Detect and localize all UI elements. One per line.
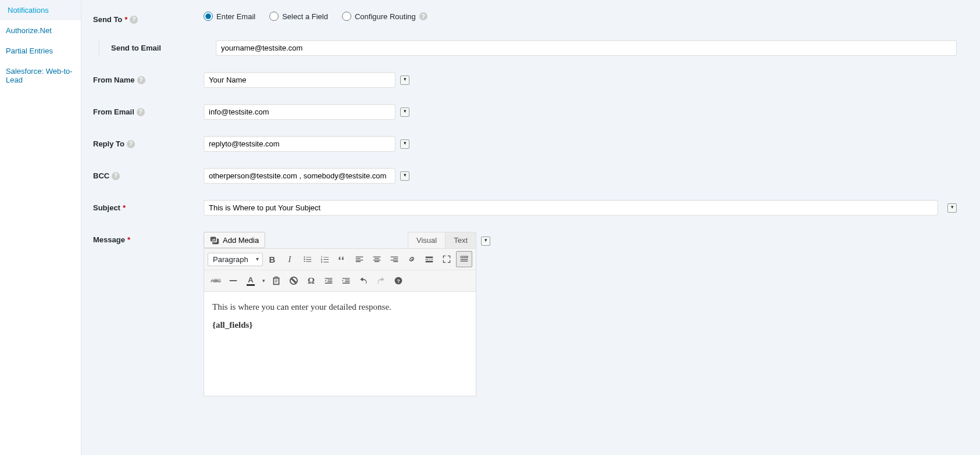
merge-tag-button[interactable] [400, 76, 409, 85]
sidebar-item-notifications[interactable]: Notifications [0, 0, 81, 20]
editor-paragraph: This is where you can enter your detaile… [212, 302, 468, 312]
radio-configure-routing[interactable]: Configure Routing ? [342, 12, 427, 21]
help-icon[interactable]: ? [130, 16, 138, 24]
sidebar: Notifications Authorize.Net Partial Entr… [0, 0, 81, 455]
add-media-label: Add Media [223, 236, 259, 245]
text-color-button[interactable]: A [243, 273, 259, 289]
bullet-list-button[interactable] [299, 251, 315, 267]
link-button[interactable] [404, 251, 420, 267]
radio-configure-routing-label: Configure Routing [355, 12, 416, 21]
from-email-input[interactable] [204, 104, 395, 120]
from-email-label: From Email ? [93, 104, 204, 116]
redo-button[interactable] [373, 273, 389, 289]
bold-button[interactable]: B [264, 251, 280, 267]
align-center-button[interactable] [369, 251, 385, 267]
radio-enter-email-input[interactable] [204, 12, 213, 21]
subject-input[interactable] [204, 200, 938, 216]
merge-tag-button[interactable] [947, 203, 957, 213]
help-icon[interactable]: ? [112, 172, 120, 180]
fullscreen-button[interactable] [439, 251, 455, 267]
indent-button[interactable] [338, 273, 354, 289]
add-media-button[interactable]: Add Media [204, 232, 265, 248]
clear-formatting-button[interactable] [286, 273, 302, 289]
sidebar-item-partial-entries[interactable]: Partial Entries [0, 41, 81, 61]
main-form: Send To * ? Enter Email Select a Field [81, 0, 980, 455]
required-marker: * [123, 203, 126, 212]
toolbar-toggle-button[interactable] [456, 251, 472, 267]
svg-line-2 [291, 278, 297, 284]
radio-enter-email-label: Enter Email [216, 12, 255, 21]
numbered-list-button[interactable] [316, 251, 333, 267]
align-right-button[interactable] [386, 251, 402, 267]
outdent-button[interactable] [320, 273, 337, 289]
merge-tag-button[interactable] [400, 108, 409, 117]
sidebar-item-salesforce[interactable]: Salesforce: Web-to-Lead [0, 61, 81, 90]
align-left-button[interactable] [351, 251, 368, 267]
editor-content-area[interactable]: This is where you can enter your detaile… [204, 292, 476, 396]
radio-select-field-label: Select a Field [282, 12, 328, 21]
special-char-button[interactable]: Ω [303, 273, 319, 289]
required-marker: * [127, 235, 130, 244]
radio-enter-email[interactable]: Enter Email [204, 12, 255, 21]
subject-label: Subject * [93, 200, 204, 212]
bcc-label: BCC ? [93, 168, 204, 180]
svg-rect-0 [230, 280, 237, 281]
paste-text-button[interactable] [268, 273, 284, 289]
help-icon[interactable]: ? [419, 12, 427, 20]
tab-visual[interactable]: Visual [408, 232, 446, 248]
reply-to-label: Reply To ? [93, 136, 204, 148]
blockquote-button[interactable] [334, 251, 350, 267]
editor-toolbar: Paragraph B I [204, 248, 476, 292]
read-more-button[interactable] [421, 251, 437, 267]
sidebar-item-authorize-net[interactable]: Authorize.Net [0, 20, 81, 41]
radio-select-field-input[interactable] [269, 12, 279, 21]
help-icon[interactable]: ? [137, 76, 145, 84]
merge-tag-button[interactable] [481, 237, 490, 246]
help-icon[interactable]: ? [127, 140, 135, 148]
message-label: Message * [93, 232, 204, 244]
send-to-radio-group: Enter Email Select a Field Configure Rou… [204, 12, 427, 21]
bcc-input[interactable] [204, 168, 395, 184]
send-to-email-label: Send to Email [105, 40, 216, 52]
editor-tabs: Visual Text [408, 232, 476, 248]
help-icon[interactable]: ? [137, 108, 145, 116]
from-name-input[interactable] [204, 72, 395, 88]
undo-button[interactable] [355, 273, 372, 289]
help-button[interactable]: ? [390, 273, 407, 289]
send-to-email-input[interactable] [216, 40, 957, 56]
italic-button[interactable]: I [281, 251, 298, 267]
reply-to-input[interactable] [204, 136, 395, 152]
text-color-dropdown[interactable]: ▾ [260, 273, 267, 289]
send-to-label: Send To * ? [93, 12, 204, 24]
hr-button[interactable] [225, 273, 241, 289]
radio-select-field[interactable]: Select a Field [269, 12, 328, 21]
message-editor: Add Media Visual Text Paragraph B I [204, 232, 476, 396]
merge-tag-button[interactable] [400, 139, 409, 149]
radio-configure-routing-input[interactable] [342, 12, 351, 21]
svg-text:?: ? [397, 278, 400, 284]
media-icon [210, 235, 219, 245]
tab-text[interactable]: Text [446, 232, 476, 248]
strikethrough-button[interactable]: ABC [208, 273, 224, 289]
from-name-label: From Name ? [93, 72, 204, 84]
required-marker: * [124, 15, 127, 24]
editor-all-fields-tag: {all_fields} [212, 320, 468, 330]
format-select[interactable]: Paragraph [208, 253, 263, 266]
merge-tag-button[interactable] [400, 171, 409, 181]
